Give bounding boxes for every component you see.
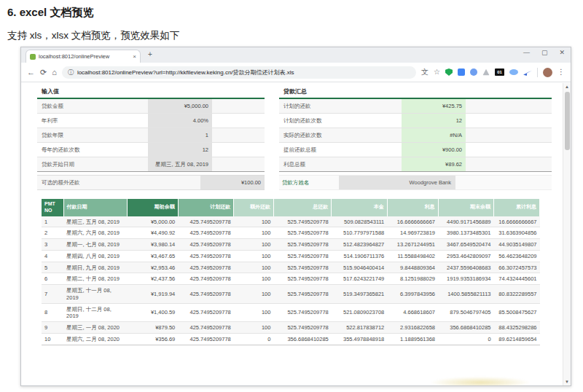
cell: 525.7495209778 bbox=[273, 227, 331, 239]
column-header: 总还款 bbox=[273, 199, 331, 216]
cell: 525.7495209778 bbox=[273, 250, 331, 262]
cell: 1 bbox=[42, 216, 63, 227]
loan-summary-title: 贷款汇总 bbox=[279, 87, 552, 98]
extra-payment-row: 可选的额外还款 ¥100.00 bbox=[37, 175, 265, 190]
table-row: 3星期一, 七月 08, 2019¥3,980.14425.7495209778… bbox=[42, 239, 540, 251]
cell: 11.5588498402 bbox=[387, 250, 438, 262]
cell: ¥1,400.59 bbox=[128, 303, 179, 322]
cell: 7 bbox=[42, 285, 63, 304]
input-row: 每年的还款次数 12 bbox=[37, 143, 265, 157]
cell: 525.7495209778 bbox=[273, 322, 331, 334]
table-row: 4星期四, 八月 08, 2019¥3,467.65425.7495209778… bbox=[42, 250, 540, 262]
cell: 100 bbox=[234, 322, 274, 334]
menu-dots-icon[interactable]: ⋮ bbox=[557, 68, 565, 76]
url-text: localhost:8012/onlinePreview?url=http://… bbox=[77, 68, 410, 77]
cell: 425.7495209778 bbox=[178, 262, 234, 273]
input-values-section: 输入值 贷款金额 ¥5,000.00 年利率 4.00% bbox=[37, 87, 265, 172]
cell: 525.7495209778 bbox=[273, 303, 331, 322]
back-icon[interactable]: ← bbox=[27, 68, 35, 77]
browser-tab[interactable]: localhost:8012/onlinePreview × bbox=[26, 50, 141, 63]
lender-value: Woodgrove Bank bbox=[339, 176, 455, 189]
maximize-button[interactable]: ▢ bbox=[541, 49, 548, 56]
extension-shield-icon[interactable] bbox=[445, 68, 453, 76]
new-tab-button[interactable]: + bbox=[148, 50, 152, 58]
tab-close-icon[interactable]: × bbox=[133, 53, 136, 60]
tab-title: localhost:8012/onlinePreview bbox=[39, 53, 130, 60]
summary-row: 实际的还款次数 #N/A bbox=[279, 128, 552, 143]
cell: 525.7495209778 bbox=[273, 285, 331, 304]
cell: 6 bbox=[42, 273, 63, 285]
preview-content: 输入值 贷款金额 ¥5,000.00 年利率 4.00% bbox=[21, 83, 571, 385]
vertical-scrollbar[interactable]: ▲ ▼ bbox=[563, 83, 571, 385]
cell: 525.7495209778 bbox=[273, 262, 331, 273]
cell: 425.7495209778 bbox=[178, 273, 234, 285]
cell: 356.6868410285 bbox=[438, 322, 494, 334]
toolbar-divider bbox=[537, 68, 538, 77]
table-row: 1星期三, 五月 08, 2019¥5,000.00425.7495209778… bbox=[42, 216, 540, 227]
cell: 3 bbox=[42, 239, 63, 251]
excel-sheet: 输入值 贷款金额 ¥5,000.00 年利率 4.00% bbox=[21, 83, 571, 345]
table-row: 8星期日, 十二月 08, 2019¥1,400.59425.749520977… bbox=[42, 303, 540, 322]
minimize-button[interactable]: — bbox=[523, 49, 530, 56]
cell: 星期二, 十月 08, 2019 bbox=[63, 273, 127, 285]
summary-row: 提前还款总额 ¥900.00 bbox=[279, 143, 552, 157]
cell: 8.1251988029 bbox=[387, 273, 438, 285]
cell: 16.6666666667 bbox=[387, 216, 438, 227]
extension-blue-icon[interactable] bbox=[458, 68, 465, 76]
cell: 517.6243221749 bbox=[332, 273, 388, 285]
extension-circle-icon[interactable] bbox=[470, 68, 477, 76]
cell: 2 bbox=[42, 227, 63, 239]
cell: 525.7495209778 bbox=[273, 273, 331, 285]
close-button[interactable]: ✕ bbox=[559, 49, 565, 56]
site-info-icon[interactable]: ⓘ bbox=[68, 68, 74, 77]
input-label: 贷款年限 bbox=[37, 128, 148, 142]
cell: 6.3997843956 bbox=[387, 285, 438, 304]
cell: 1919.9353186934 bbox=[438, 273, 494, 285]
column-header: 期末余额 bbox=[438, 199, 494, 216]
cell: 425.7495209778 bbox=[178, 322, 234, 334]
cell: 13.2671244951 bbox=[387, 239, 438, 251]
cell: 星期三, 五月 08, 2019 bbox=[63, 216, 127, 227]
tab-favicon-icon bbox=[30, 54, 36, 60]
url-field[interactable]: ⓘ localhost:8012/onlinePreview?url=http:… bbox=[62, 66, 416, 79]
cell: 525.7495209778 bbox=[273, 239, 331, 251]
translate-icon[interactable]: 文 bbox=[421, 68, 429, 76]
cell: 512.4823964827 bbox=[332, 239, 388, 251]
scroll-down-icon[interactable]: ▼ bbox=[563, 378, 571, 385]
profile-avatar[interactable] bbox=[543, 68, 552, 77]
extension-cloud-icon[interactable] bbox=[509, 69, 518, 75]
column-header: 本金 bbox=[332, 199, 388, 216]
summary-value: ¥900.00 bbox=[402, 143, 466, 157]
cell: 2953.4642809097 bbox=[438, 250, 494, 262]
scroll-up-icon[interactable]: ▲ bbox=[563, 83, 571, 90]
page-title: 6. excel 文档预览 bbox=[7, 6, 93, 20]
cell: 100 bbox=[234, 227, 274, 239]
cell: 星期六, 六月 08, 2019 bbox=[63, 227, 127, 239]
cell: ¥3,980.14 bbox=[128, 239, 179, 251]
bookmark-star-icon[interactable]: ☆ bbox=[434, 68, 440, 76]
cell: 515.9046400414 bbox=[332, 262, 388, 273]
extension-plane-icon[interactable] bbox=[523, 68, 532, 76]
table-row: 6星期二, 十月 08, 2019¥2,437.56425.7495209778… bbox=[42, 273, 540, 285]
reload-icon[interactable]: ⟳ bbox=[40, 68, 47, 77]
input-values-title: 输入值 bbox=[37, 87, 265, 98]
cell: 星期五, 十一月 08, 2019 bbox=[63, 285, 127, 304]
cell: 星期日, 九月 08, 2019 bbox=[63, 262, 127, 273]
summary-row: 利息总额 ¥89.62 bbox=[279, 157, 552, 172]
input-label: 贷款开始日期 bbox=[37, 157, 148, 171]
column-header: 付款日期 bbox=[63, 199, 127, 216]
home-icon[interactable]: ⌂ bbox=[52, 68, 57, 77]
amortization-table: PMT NO付款日期期初余额计划还款额外还款总还款本金利息期末余额累计利息 1星… bbox=[42, 199, 540, 345]
input-label: 每年的还款次数 bbox=[37, 143, 148, 157]
extra-payment-value: ¥100.00 bbox=[200, 176, 265, 189]
cell: ¥879.50 bbox=[128, 322, 179, 334]
input-value: 1 bbox=[148, 128, 212, 142]
cell: 100 bbox=[234, 216, 274, 227]
scrollbar-thumb[interactable] bbox=[565, 92, 570, 150]
cell: 521.0809023708 bbox=[332, 303, 388, 322]
cell: 10 bbox=[42, 333, 63, 345]
cell: 56.4623648209 bbox=[494, 250, 540, 262]
column-header: 计划还款 bbox=[178, 199, 234, 216]
extension-gray-icon[interactable] bbox=[482, 68, 490, 76]
extension-01-badge[interactable]: 01 bbox=[495, 68, 504, 76]
